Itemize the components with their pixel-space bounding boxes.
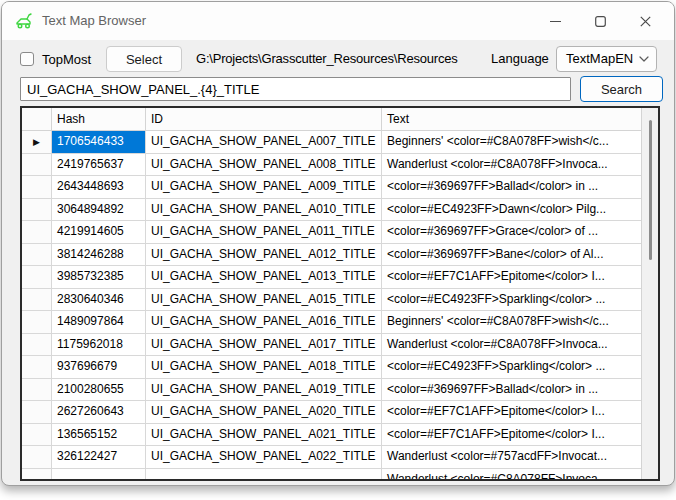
hash-cell[interactable]: 3814246288 bbox=[52, 244, 146, 266]
grasscutter-logo-icon bbox=[14, 11, 34, 31]
text-cell[interactable]: <color=#EC4923FF>Sparkling</color> ... bbox=[382, 356, 641, 378]
id-cell[interactable]: UI_GACHA_SHOW_PANEL_A022_TITLE bbox=[146, 446, 382, 468]
language-combobox[interactable]: TextMapEN bbox=[556, 46, 657, 72]
text-cell[interactable]: <color=#EC4923FF>Dawn</color> Pilg... bbox=[382, 199, 641, 221]
maximize-button[interactable] bbox=[578, 2, 623, 40]
select-button[interactable]: Select bbox=[106, 46, 182, 72]
text-cell[interactable]: <color=#369697FF>Grace</color> of ... bbox=[382, 221, 641, 243]
id-cell[interactable]: UI_GACHA_SHOW_PANEL_A020_TITLE bbox=[146, 401, 382, 423]
column-header-id[interactable]: ID bbox=[146, 108, 382, 130]
row-indicator-cell[interactable] bbox=[22, 289, 52, 311]
grid-body: ▶ 1706546433 UI_GACHA_SHOW_PANEL_A007_TI… bbox=[22, 131, 658, 479]
id-cell[interactable]: UI_GACHA_SHOW_PANEL_A017_TITLE bbox=[146, 334, 382, 356]
resources-path: G:\Projects\Grasscutter_Resources\Resour… bbox=[196, 46, 458, 72]
row-indicator-cell[interactable]: ▶ bbox=[22, 131, 52, 153]
text-cell[interactable]: Wanderlust <color=#C8A078FF>Invoca... bbox=[382, 154, 641, 176]
hash-cell[interactable]: 2643448693 bbox=[52, 176, 146, 198]
table-row-partial: Wanderlust <color=#C8A078FF>Invoca... bbox=[22, 469, 658, 480]
close-button[interactable] bbox=[623, 2, 668, 40]
table-row: 3814246288 UI_GACHA_SHOW_PANEL_A012_TITL… bbox=[22, 244, 641, 267]
row-header-stub bbox=[22, 108, 52, 130]
hash-cell[interactable]: 1489097864 bbox=[52, 311, 146, 333]
column-header-hash[interactable]: Hash bbox=[52, 108, 146, 130]
text-cell[interactable]: <color=#369697FF>Ballad</color> in ... bbox=[382, 176, 641, 198]
text-cell[interactable]: Wanderlust <color=#C8A078FF>Invoca... bbox=[382, 469, 641, 480]
text-cell[interactable]: <color=#EC4923FF>Sparkling</color> ... bbox=[382, 289, 641, 311]
hash-cell[interactable]: 4219914605 bbox=[52, 221, 146, 243]
text-cell[interactable]: <color=#369697FF>Ballad</color> in ... bbox=[382, 379, 641, 401]
table-row: 937696679 UI_GACHA_SHOW_PANEL_A018_TITLE… bbox=[22, 356, 641, 379]
hash-cell[interactable]: 937696679 bbox=[52, 356, 146, 378]
row-indicator-cell[interactable] bbox=[22, 266, 52, 288]
id-cell[interactable]: UI_GACHA_SHOW_PANEL_A021_TITLE bbox=[146, 424, 382, 446]
hash-cell[interactable]: 3064894892 bbox=[52, 199, 146, 221]
id-cell[interactable]: UI_GACHA_SHOW_PANEL_A012_TITLE bbox=[146, 244, 382, 266]
hash-cell[interactable]: 2100280655 bbox=[52, 379, 146, 401]
text-cell[interactable]: <color=#EF7C1AFF>Epitome</color> I... bbox=[382, 266, 641, 288]
hash-cell[interactable]: 1175962018 bbox=[52, 334, 146, 356]
text-cell[interactable]: <color=#EF7C1AFF>Epitome</color> I... bbox=[382, 424, 641, 446]
row-indicator-cell[interactable] bbox=[22, 176, 52, 198]
hash-cell[interactable]: 2419765637 bbox=[52, 154, 146, 176]
id-cell[interactable]: UI_GACHA_SHOW_PANEL_A010_TITLE bbox=[146, 199, 382, 221]
text-cell[interactable]: Wanderlust <color=#757acdFF>Invocat... bbox=[382, 446, 641, 468]
id-cell[interactable]: UI_GACHA_SHOW_PANEL_A011_TITLE bbox=[146, 221, 382, 243]
row-indicator-cell[interactable] bbox=[22, 379, 52, 401]
column-header-text[interactable]: Text bbox=[382, 108, 641, 130]
text-cell[interactable]: <color=#369697FF>Bane</color> of Al... bbox=[382, 244, 641, 266]
text-cell[interactable]: <color=#EF7C1AFF>Epitome</color> I... bbox=[382, 401, 641, 423]
language-value: TextMapEN bbox=[566, 47, 633, 71]
hash-cell[interactable]: 3985732385 bbox=[52, 266, 146, 288]
hash-cell[interactable]: 326122427 bbox=[52, 446, 146, 468]
current-row-arrow-icon: ▶ bbox=[33, 137, 40, 147]
table-row: 326122427 UI_GACHA_SHOW_PANEL_A022_TITLE… bbox=[22, 446, 641, 469]
id-cell[interactable]: UI_GACHA_SHOW_PANEL_A016_TITLE bbox=[146, 311, 382, 333]
id-cell[interactable]: UI_GACHA_SHOW_PANEL_A015_TITLE bbox=[146, 289, 382, 311]
search-input[interactable] bbox=[20, 77, 571, 101]
grid-header: Hash ID Text bbox=[22, 108, 641, 131]
id-cell[interactable]: UI_GACHA_SHOW_PANEL_A007_TITLE bbox=[146, 131, 382, 153]
vertical-scrollbar[interactable] bbox=[641, 108, 658, 479]
row-indicator-cell[interactable] bbox=[22, 424, 52, 446]
minimize-button[interactable] bbox=[533, 2, 578, 40]
table-row: 1175962018 UI_GACHA_SHOW_PANEL_A017_TITL… bbox=[22, 334, 641, 357]
table-row: 2643448693 UI_GACHA_SHOW_PANEL_A009_TITL… bbox=[22, 176, 641, 199]
id-cell[interactable]: UI_GACHA_SHOW_PANEL_A013_TITLE bbox=[146, 266, 382, 288]
row-indicator-cell[interactable] bbox=[22, 244, 52, 266]
row-indicator-cell[interactable] bbox=[22, 334, 52, 356]
table-row: 2627260643 UI_GACHA_SHOW_PANEL_A020_TITL… bbox=[22, 401, 641, 424]
minimize-icon bbox=[550, 16, 561, 27]
textmap-grid: Hash ID Text ▶ 1706546433 UI_GACHA_SHOW_… bbox=[20, 106, 660, 481]
hash-cell[interactable]: 136565152 bbox=[52, 424, 146, 446]
row-indicator-cell[interactable] bbox=[22, 154, 52, 176]
topmost-label: TopMost bbox=[42, 52, 91, 67]
id-cell[interactable] bbox=[146, 469, 382, 480]
table-row: 2830640346 UI_GACHA_SHOW_PANEL_A015_TITL… bbox=[22, 289, 641, 312]
row-indicator-cell[interactable] bbox=[22, 311, 52, 333]
id-cell[interactable]: UI_GACHA_SHOW_PANEL_A019_TITLE bbox=[146, 379, 382, 401]
scrollbar-thumb[interactable] bbox=[649, 120, 652, 260]
table-row: 1489097864 UI_GACHA_SHOW_PANEL_A016_TITL… bbox=[22, 311, 641, 334]
topmost-checkbox[interactable]: TopMost bbox=[20, 46, 91, 72]
id-cell[interactable]: UI_GACHA_SHOW_PANEL_A009_TITLE bbox=[146, 176, 382, 198]
row-indicator-cell[interactable] bbox=[22, 221, 52, 243]
id-cell[interactable]: UI_GACHA_SHOW_PANEL_A008_TITLE bbox=[146, 154, 382, 176]
id-cell[interactable]: UI_GACHA_SHOW_PANEL_A018_TITLE bbox=[146, 356, 382, 378]
hash-cell[interactable] bbox=[52, 469, 146, 480]
table-row: 4219914605 UI_GACHA_SHOW_PANEL_A011_TITL… bbox=[22, 221, 641, 244]
title-bar: Text Map Browser bbox=[2, 2, 674, 40]
hash-cell[interactable]: 2830640346 bbox=[52, 289, 146, 311]
hash-cell[interactable]: 2627260643 bbox=[52, 401, 146, 423]
row-indicator-cell[interactable] bbox=[22, 469, 52, 480]
row-indicator-cell[interactable] bbox=[22, 199, 52, 221]
search-button[interactable]: Search bbox=[580, 76, 663, 102]
text-cell[interactable]: Beginners' <color=#C8A078FF>wish</c... bbox=[382, 131, 641, 153]
text-cell[interactable]: Beginners' <color=#C8A078FF>wish</c... bbox=[382, 311, 641, 333]
row-indicator-cell[interactable] bbox=[22, 356, 52, 378]
table-row: Wanderlust <color=#C8A078FF>Invoca... bbox=[22, 469, 641, 480]
row-indicator-cell[interactable] bbox=[22, 446, 52, 468]
text-cell[interactable]: Wanderlust <color=#C8A078FF>Invoca... bbox=[382, 334, 641, 356]
row-indicator-cell[interactable] bbox=[22, 401, 52, 423]
hash-cell[interactable]: 1706546433 bbox=[52, 131, 146, 153]
window-controls bbox=[533, 2, 668, 40]
